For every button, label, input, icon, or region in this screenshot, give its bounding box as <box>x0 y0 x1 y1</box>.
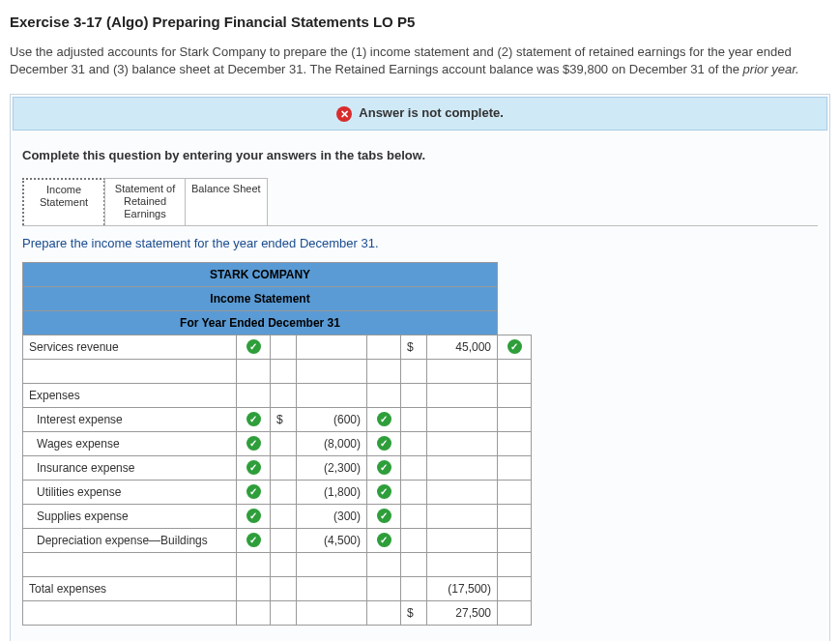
total-exp-label[interactable]: Total expenses <box>23 576 237 600</box>
tab-retained-earnings[interactable]: Statement of Retained Earnings <box>104 178 186 225</box>
row-utilities: Utilities expense ✓ (1,800) ✓ <box>23 480 532 504</box>
net-currency[interactable]: $ <box>401 600 427 625</box>
supplies-value[interactable]: (300) <box>297 504 367 528</box>
income-statement-table: STARK COMPANY Income Statement For Year … <box>22 262 532 626</box>
check-icon: ✓ <box>246 412 261 426</box>
row-expenses-header: Expenses <box>23 383 532 407</box>
tab-instruction: Prepare the income statement for the yea… <box>11 226 829 262</box>
alert-text: Answer is not complete. <box>359 105 504 120</box>
check-icon: ✓ <box>507 339 522 354</box>
instructions-italic: prior year. <box>743 62 799 76</box>
services-label-check: ✓ <box>237 335 271 359</box>
row-blank <box>23 359 532 383</box>
row-net-income: $ 27,500 <box>23 600 532 625</box>
depreciation-value[interactable]: (4,500) <box>297 528 367 552</box>
tab-income-statement[interactable]: Income Statement <box>22 178 105 225</box>
stmt-period: For Year Ended December 31 <box>23 310 498 335</box>
net-value[interactable]: 27,500 <box>427 600 498 625</box>
row-total-expenses: Total expenses (17,500) <box>23 576 532 600</box>
services-value[interactable]: 45,000 <box>427 335 498 359</box>
utilities-value[interactable]: (1,800) <box>297 480 367 504</box>
row-blank2 <box>23 552 532 576</box>
expenses-label[interactable]: Expenses <box>23 383 237 407</box>
interest-value[interactable]: (600) <box>297 407 367 431</box>
check-icon: ✓ <box>377 460 391 475</box>
stmt-title: Income Statement <box>23 286 498 310</box>
check-icon: ✓ <box>246 533 261 547</box>
row-supplies: Supplies expense ✓ (300) ✓ <box>23 504 532 528</box>
total-exp-value[interactable]: (17,500) <box>427 576 498 600</box>
check-icon: ✓ <box>246 484 261 499</box>
interest-currency[interactable]: $ <box>271 407 297 431</box>
row-wages: Wages expense ✓ (8,000) ✓ <box>23 431 532 455</box>
check-icon: ✓ <box>377 533 391 547</box>
nav-buttons: < Income Statement Statement of Retained… <box>11 635 829 642</box>
instructions-text: Use the adjusted accounts for Stark Comp… <box>10 44 792 76</box>
row-interest: Interest expense ✓ $ (600) ✓ <box>23 407 532 431</box>
interest-label[interactable]: Interest expense <box>23 407 237 431</box>
complete-instruction: Complete this question by entering your … <box>11 132 829 172</box>
check-icon: ✓ <box>246 436 261 451</box>
depreciation-label[interactable]: Depreciation expense—Buildings <box>23 528 237 552</box>
tabs: Income Statement Statement of Retained E… <box>11 172 829 225</box>
error-icon: ✕ <box>336 106 352 122</box>
insurance-label[interactable]: Insurance expense <box>23 455 237 480</box>
exercise-title: Exercise 3-17 (Algo) Preparing Financial… <box>10 14 830 30</box>
supplies-label[interactable]: Supplies expense <box>23 504 237 528</box>
services-currency[interactable]: $ <box>401 335 427 359</box>
wages-value[interactable]: (8,000) <box>297 431 367 455</box>
row-insurance: Insurance expense ✓ (2,300) ✓ <box>23 455 532 480</box>
check-icon: ✓ <box>246 339 261 354</box>
check-icon: ✓ <box>246 509 261 523</box>
services-label[interactable]: Services revenue <box>23 335 237 359</box>
question-panel: ✕ Answer is not complete. Complete this … <box>10 94 830 641</box>
check-icon: ✓ <box>377 509 391 523</box>
check-icon: ✓ <box>246 460 261 475</box>
instructions: Use the adjusted accounts for Stark Comp… <box>10 44 830 78</box>
tab-balance-sheet[interactable]: Balance Sheet <box>185 178 268 225</box>
check-icon: ✓ <box>377 436 391 451</box>
alert-bar: ✕ Answer is not complete. <box>13 97 827 131</box>
stmt-company: STARK COMPANY <box>23 262 498 286</box>
row-depreciation: Depreciation expense—Buildings ✓ (4,500)… <box>23 528 532 552</box>
services-value-check: ✓ <box>498 335 532 359</box>
check-icon: ✓ <box>377 484 391 499</box>
wages-label[interactable]: Wages expense <box>23 431 237 455</box>
row-services-revenue: Services revenue ✓ $ 45,000 ✓ <box>23 335 532 359</box>
check-icon: ✓ <box>377 412 391 426</box>
insurance-value[interactable]: (2,300) <box>297 455 367 480</box>
utilities-label[interactable]: Utilities expense <box>23 480 237 504</box>
